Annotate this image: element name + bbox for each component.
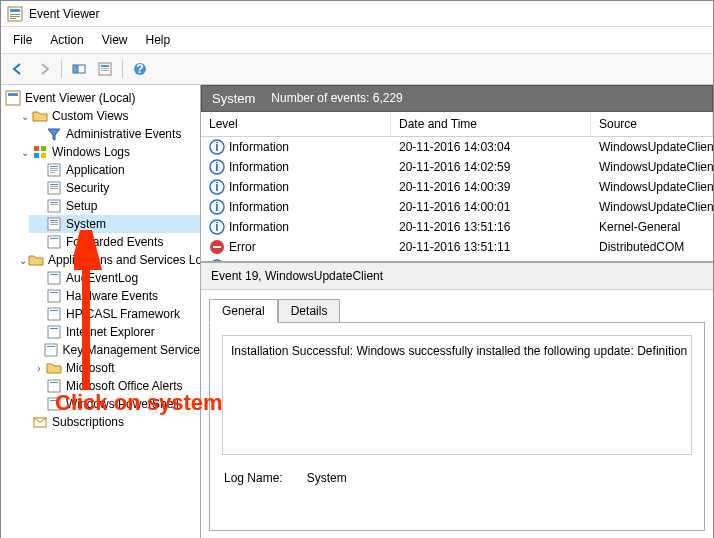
info-icon: i <box>209 139 225 155</box>
tree-hp-framework[interactable]: HP CASL Framework <box>29 305 200 323</box>
folder-icon <box>46 360 62 376</box>
event-row[interactable]: iInformation20-11-2016 14:02:59WindowsUp… <box>201 157 713 177</box>
event-grid: Level Date and Time Source iInformation2… <box>201 112 713 262</box>
svg-rect-26 <box>50 186 58 187</box>
event-row[interactable]: iInformation20-11-2016 14:03:04WindowsUp… <box>201 137 713 157</box>
log-icon <box>46 288 62 304</box>
log-icon <box>46 396 62 412</box>
toolbar: ? <box>1 54 713 85</box>
svg-rect-8 <box>101 65 109 67</box>
detail-title: Event 19, WindowsUpdateClient <box>201 263 713 290</box>
svg-rect-50 <box>50 400 58 401</box>
titlebar: Event Viewer <box>1 1 713 27</box>
svg-rect-49 <box>48 398 60 410</box>
event-row[interactable]: iInformation20-11-2016 13:51:16Kernel-Ge… <box>201 217 713 237</box>
col-level[interactable]: Level <box>201 112 391 136</box>
info-icon: i <box>209 179 225 195</box>
folder-icon <box>28 252 44 268</box>
menu-action[interactable]: Action <box>42 29 91 51</box>
svg-rect-46 <box>47 346 55 347</box>
svg-rect-42 <box>50 310 58 311</box>
tree-windows-logs[interactable]: ⌄ Windows Logs <box>15 143 200 161</box>
help-button[interactable]: ? <box>129 58 151 80</box>
menu-help[interactable]: Help <box>138 29 179 51</box>
chevron-down-icon[interactable]: ⌄ <box>19 111 31 122</box>
event-count: Number of events: 6,229 <box>271 91 402 106</box>
svg-rect-3 <box>10 16 20 17</box>
svg-rect-28 <box>48 200 60 212</box>
log-icon <box>46 306 62 322</box>
tree-admin-events[interactable]: Administrative Events <box>29 125 200 143</box>
tree-powershell[interactable]: Windows PowerShell <box>29 395 200 413</box>
event-row[interactable]: iInformation20-11-2016 14:00:01WindowsUp… <box>201 197 713 217</box>
tree-root[interactable]: Event Viewer (Local) <box>1 89 200 107</box>
svg-rect-17 <box>34 153 39 158</box>
tree-hardware-events[interactable]: Hardware Events <box>29 287 200 305</box>
svg-rect-32 <box>50 220 58 221</box>
details-pane: System Number of events: 6,229 Level Dat… <box>201 85 713 538</box>
tree-application[interactable]: Application <box>29 161 200 179</box>
grid-header: Level Date and Time Source <box>201 112 713 137</box>
tab-general[interactable]: General <box>209 299 278 323</box>
event-detail: Event 19, WindowsUpdateClient General De… <box>201 262 713 538</box>
error-icon <box>209 239 225 255</box>
tree-subscriptions[interactable]: Subscriptions <box>15 413 200 431</box>
info-icon: i <box>209 199 225 215</box>
tree-security[interactable]: Security <box>29 179 200 197</box>
event-row[interactable]: Error20-11-2016 13:51:11DistributedCOM <box>201 237 713 257</box>
log-name: System <box>212 91 255 106</box>
tree-system[interactable]: System <box>29 215 200 233</box>
tree-ie[interactable]: Internet Explorer <box>29 323 200 341</box>
tree-apps-services[interactable]: ⌄ Applications and Services Logs <box>15 251 200 269</box>
tree-audeventlog[interactable]: AudEventLog <box>29 269 200 287</box>
svg-rect-2 <box>10 14 20 15</box>
col-source[interactable]: Source <box>591 112 713 136</box>
svg-text:i: i <box>215 140 218 154</box>
svg-rect-22 <box>50 170 58 171</box>
info-icon: i <box>209 159 225 175</box>
svg-text:i: i <box>215 160 218 174</box>
window-title: Event Viewer <box>29 7 99 21</box>
event-row[interactable]: iInformation20-11-2016 14:00:39WindowsUp… <box>201 177 713 197</box>
back-button[interactable] <box>7 58 29 80</box>
svg-rect-29 <box>50 202 58 203</box>
show-tree-button[interactable] <box>68 58 90 80</box>
tree-pane: Event Viewer (Local) ⌄ Custom Views Admi… <box>1 85 201 538</box>
log-icon <box>46 162 62 178</box>
log-icon <box>43 342 59 358</box>
properties-button[interactable] <box>94 58 116 80</box>
col-date[interactable]: Date and Time <box>391 112 591 136</box>
log-icon <box>46 198 62 214</box>
svg-rect-30 <box>50 204 58 205</box>
menubar: File Action View Help <box>1 27 713 54</box>
chevron-right-icon[interactable]: › <box>33 363 45 374</box>
log-icon <box>46 378 62 394</box>
menu-file[interactable]: File <box>5 29 40 51</box>
tree-custom-views[interactable]: ⌄ Custom Views <box>15 107 200 125</box>
folder-icon <box>32 108 48 124</box>
svg-rect-36 <box>50 238 58 239</box>
menu-view[interactable]: View <box>94 29 136 51</box>
tab-details[interactable]: Details <box>278 299 341 323</box>
tree-forwarded[interactable]: Forwarded Events <box>29 233 200 251</box>
svg-rect-63 <box>213 246 221 248</box>
svg-rect-16 <box>41 146 46 151</box>
log-icon <box>46 234 62 250</box>
svg-rect-40 <box>50 292 58 293</box>
chevron-down-icon[interactable]: ⌄ <box>19 147 31 158</box>
svg-text:i: i <box>215 180 218 194</box>
logname-label: Log Name: <box>224 471 283 485</box>
svg-rect-35 <box>48 236 60 248</box>
svg-rect-4 <box>10 18 16 19</box>
tree-keymgmt[interactable]: Key Management Service <box>29 341 200 359</box>
tree-office-alerts[interactable]: Microsoft Office Alerts <box>29 377 200 395</box>
event-message: Installation Successful: Windows success… <box>222 335 692 455</box>
svg-rect-39 <box>48 290 60 302</box>
chevron-down-icon[interactable]: ⌄ <box>19 255 27 266</box>
tree-microsoft[interactable]: ›Microsoft <box>29 359 200 377</box>
svg-rect-48 <box>50 382 58 383</box>
forward-button[interactable] <box>33 58 55 80</box>
tree-setup[interactable]: Setup <box>29 197 200 215</box>
subscriptions-icon <box>32 414 48 430</box>
log-icon <box>46 270 62 286</box>
